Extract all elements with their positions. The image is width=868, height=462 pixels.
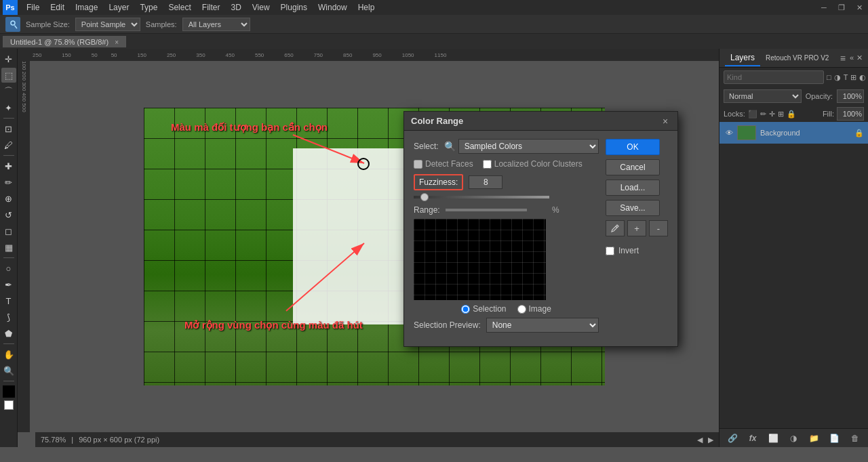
menu-file[interactable]: File [22,1,44,14]
lock-all-icon[interactable]: 🔒 [787,110,796,119]
eyedropper-add-icon[interactable]: + [627,220,646,236]
scroll-left-icon[interactable]: ◀ [697,436,703,444]
fx-icon[interactable]: fx [747,432,759,444]
menu-filter[interactable]: Filter [197,1,225,14]
hand-tool[interactable]: ✋ [1,347,16,362]
crop-tool[interactable]: ⊡ [1,121,16,136]
eyedropper-subtract-icon[interactable]: - [649,220,668,236]
select-dropdown[interactable]: Sampled Colors Reds Yellows Greens Cyans… [458,139,599,154]
adjustment-icon[interactable]: ◑ [787,432,800,444]
text-tool[interactable]: T [1,293,16,308]
eyedropper-sample-icon[interactable] [606,220,625,236]
tool-separator-5 [3,381,14,381]
localized-checkbox[interactable]: Localized Color Clusters [483,159,583,169]
tab-close-btn[interactable]: × [115,39,119,46]
samples-select[interactable]: All Layers [182,18,250,31]
menu-type[interactable]: Type [135,1,162,14]
move-tool[interactable]: ✛ [1,51,16,66]
tab-retouch[interactable]: Retouch VR PRO V2 [760,51,834,64]
close-window-icon[interactable]: ✕ [853,1,865,14]
eraser-tool[interactable]: ◻ [1,224,16,238]
scroll-right-icon[interactable]: ▶ [708,436,713,444]
delete-layer-icon[interactable]: 🗑 [849,432,861,444]
panel-collapse-icon[interactable]: « [850,54,854,62]
panel-menu-icon[interactable]: ≡ [840,53,846,64]
menu-view[interactable]: View [248,1,275,14]
layer-search-input[interactable] [724,70,824,84]
magic-wand-tool[interactable]: ✦ [1,100,16,115]
lock-paint-icon[interactable]: ✏ [760,110,766,119]
ok-button[interactable]: OK [606,139,660,155]
menu-help[interactable]: Help [353,1,380,14]
range-percent: % [532,205,559,215]
lock-position-icon[interactable]: ✛ [769,110,775,119]
menu-select[interactable]: Select [163,1,195,14]
menu-image[interactable]: Image [71,1,102,14]
filter-color-icon[interactable]: ◐ [859,71,866,83]
invert-checkbox[interactable] [606,247,614,255]
filter-adj-icon[interactable]: ◑ [834,71,841,83]
filter-type-icon[interactable]: T [844,71,848,83]
image-radio[interactable]: Image [517,304,551,314]
group-icon[interactable]: 📁 [808,432,821,444]
healing-tool[interactable]: ✚ [1,159,16,173]
select-tool[interactable]: ⬚ [1,68,16,83]
layer-list: 👁 Background 🔒 [719,122,868,428]
foreground-color[interactable] [3,385,15,398]
clone-tool[interactable]: ⊕ [1,191,16,206]
preview-select[interactable]: None Grayscale Black Matte White Matte Q… [486,318,599,333]
annotation-text-1: Màu mà đối tượng bạn cần chọn [171,121,328,133]
fuzziness-thumb[interactable] [420,193,429,201]
save-button[interactable]: Save... [606,200,660,216]
link-layers-icon[interactable]: 🔗 [726,432,738,444]
lock-artboard-icon[interactable]: ⊞ [778,110,784,119]
sample-size-select[interactable]: Point Sample [75,18,140,31]
menu-3d[interactable]: 3D [226,1,245,14]
detect-faces-checkbox[interactable]: Detect Faces [414,159,473,169]
tab-layers[interactable]: Layers [725,50,760,66]
filter-pixel-icon[interactable]: □ [827,71,831,83]
cancel-button[interactable]: Cancel [606,159,660,175]
eyedropper-tool[interactable]: 🖊 [1,138,16,152]
panel-close-icon[interactable]: ✕ [856,54,863,62]
menu-plugins[interactable]: Plugins [276,1,312,14]
range-label: Range: [414,205,440,215]
shape-tool[interactable]: ⬟ [1,326,16,341]
add-mask-icon[interactable]: ⬜ [767,432,779,444]
menu-edit[interactable]: Edit [45,1,69,14]
lock-transparency-icon[interactable]: ⬛ [748,110,757,119]
lasso-tool[interactable]: ⌒ [1,84,16,99]
fuzziness-slider[interactable] [414,196,549,198]
filter-smart-icon[interactable]: ⊞ [850,71,856,83]
dialog-close-btn[interactable]: × [660,116,671,127]
fuzziness-label: Fuzziness: [414,174,463,190]
load-button[interactable]: Load... [606,180,660,196]
fill-input[interactable] [837,107,864,121]
menu-window[interactable]: Window [313,1,352,14]
tabbar: Untitled-1 @ 75.8% (RGB/8#) × [0,34,868,49]
path-tool[interactable]: ⟆ [1,310,16,324]
range-row: Range: % [414,205,599,215]
gradient-tool[interactable]: ▦ [1,240,16,255]
color-range-dialog[interactable]: Color Range × Select: 🔍 Sampled Colors R… [403,111,678,347]
document-tab[interactable]: Untitled-1 @ 75.8% (RGB/8#) × [3,36,126,47]
brush-tool[interactable]: ✏ [1,175,16,190]
blend-mode-select[interactable]: Normal [724,89,802,103]
restore-icon[interactable]: ❐ [835,1,848,14]
zoom-tool[interactable]: 🔍 [1,363,16,378]
background-color[interactable] [4,400,14,410]
pen-tool[interactable]: ✒ [1,277,16,292]
selection-radio[interactable]: Selection [461,304,506,314]
layer-item[interactable]: 👁 Background 🔒 [719,122,868,144]
range-slider[interactable] [446,209,527,211]
dialog-title: Color Range [411,116,660,126]
opacity-input[interactable] [837,89,864,103]
minimize-icon[interactable]: ─ [818,1,830,14]
layer-visibility-icon[interactable]: 👁 [724,127,734,138]
new-layer-icon[interactable]: 📄 [829,432,841,444]
dodge-tool[interactable]: ○ [1,261,16,276]
history-tool[interactable]: ↺ [1,207,16,222]
fuzziness-input[interactable] [469,175,502,189]
image-label: Image [529,304,551,314]
menu-layer[interactable]: Layer [104,1,134,14]
